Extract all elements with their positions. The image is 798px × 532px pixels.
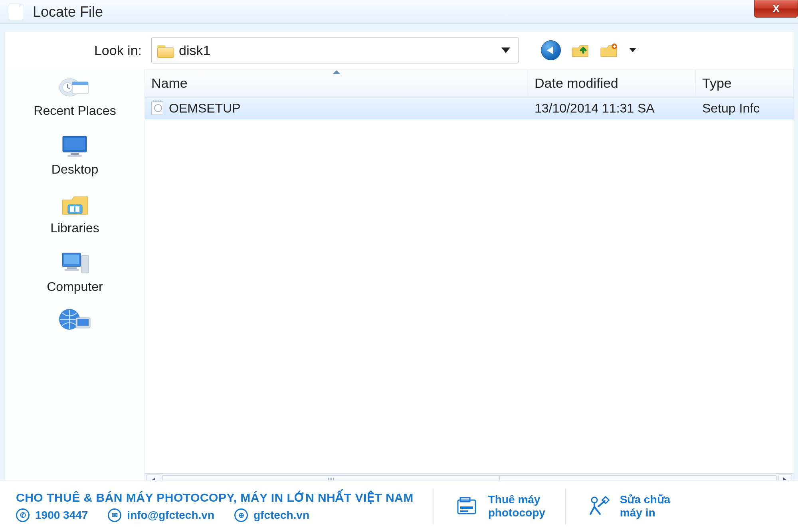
svg-rect-14	[64, 138, 85, 150]
sidebar-item-computer[interactable]: Computer	[47, 249, 103, 294]
lookin-value: disk1	[179, 43, 496, 58]
recent-places-icon	[57, 73, 93, 101]
svg-point-32	[592, 497, 597, 503]
new-folder-button[interactable]	[599, 41, 618, 60]
desktop-icon	[57, 132, 93, 160]
sidebar-item-label: Computer	[47, 279, 103, 294]
phone-icon: ✆	[16, 508, 30, 522]
service-repair-printer[interactable]: Sửa chữa máy in	[586, 493, 670, 519]
sort-ascending-icon	[333, 70, 341, 74]
file-icon	[9, 4, 23, 20]
file-date: 13/10/2014 11:31 SA	[535, 101, 655, 116]
svg-rect-18	[70, 206, 74, 212]
sidebar-item-libraries[interactable]: Libraries	[50, 190, 99, 235]
banner-headline: CHO THUÊ & BÁN MÁY PHOTOCOPY, MÁY IN LỚN…	[16, 490, 414, 504]
titlebar: Locate File X	[0, 0, 798, 24]
close-icon: X	[772, 2, 780, 15]
toolbar	[541, 40, 636, 60]
inf-file-icon	[151, 101, 163, 115]
globe-icon: ⊕	[234, 508, 248, 522]
views-menu-button[interactable]	[628, 48, 636, 52]
mail-icon: ✉	[108, 508, 121, 522]
column-label: Date modified	[535, 75, 618, 91]
chevron-down-icon	[630, 48, 636, 52]
service-line2: máy in	[620, 506, 670, 519]
sidebar-item-recent-places[interactable]: Recent Places	[34, 73, 116, 118]
lookin-label: Look in:	[5, 43, 145, 58]
service-line2: photocopy	[488, 506, 545, 519]
lookin-combobox[interactable]: disk1	[151, 37, 519, 63]
file-type: Setup Infc	[702, 101, 760, 116]
banner-contacts: ✆ 1900 3447 ✉ info@gfctech.vn ⊕ gfctech.…	[16, 508, 414, 522]
window-title: Locate File	[33, 4, 103, 20]
libraries-icon	[57, 190, 93, 218]
footer-banner: CHO THUÊ & BÁN MÁY PHOTOCOPY, MÁY IN LỚN…	[0, 480, 798, 532]
svg-rect-30	[460, 506, 473, 509]
file-list: Name Date modified Type OEMSETUP 13/10/2…	[145, 69, 794, 487]
svg-rect-21	[64, 255, 79, 264]
file-row[interactable]: OEMSETUP 13/10/2014 11:31 SA Setup Infc	[145, 97, 794, 119]
svg-rect-11	[72, 82, 88, 85]
sidebar-item-label: Libraries	[50, 221, 99, 235]
folder-up-icon	[570, 41, 590, 60]
new-folder-icon	[599, 41, 618, 60]
up-one-level-button[interactable]	[570, 41, 590, 60]
column-header-name[interactable]: Name	[145, 69, 528, 97]
banner-phone[interactable]: ✆ 1900 3447	[16, 508, 88, 522]
email-text: info@gfctech.vn	[127, 509, 214, 522]
service-line1: Thuê máy	[488, 493, 545, 506]
svg-rect-23	[67, 267, 77, 269]
column-label: Name	[151, 75, 188, 91]
sidebar-item-desktop[interactable]: Desktop	[51, 132, 98, 177]
divider	[434, 488, 434, 524]
file-rows: OEMSETUP 13/10/2014 11:31 SA Setup Infc	[145, 97, 794, 473]
column-header-date[interactable]: Date modified	[528, 69, 696, 97]
svg-rect-27	[77, 319, 89, 326]
svg-rect-22	[81, 255, 89, 273]
computer-icon	[57, 249, 93, 277]
banner-left: CHO THUÊ & BÁN MÁY PHOTOCOPY, MÁY IN LỚN…	[16, 490, 414, 522]
sidebar-item-label: Recent Places	[34, 103, 116, 118]
column-label: Type	[702, 75, 732, 91]
service-rent-copier[interactable]: Thuê máy photocopy	[454, 493, 545, 519]
copier-icon	[454, 494, 479, 519]
file-name: OEMSETUP	[169, 101, 241, 116]
dialog-body: Look in: disk1	[5, 31, 794, 487]
banner-web[interactable]: ⊕ gfctech.vn	[234, 508, 309, 522]
banner-email[interactable]: ✉ info@gfctech.vn	[108, 508, 214, 522]
divider	[565, 488, 566, 524]
sidebar-item-label: Desktop	[51, 162, 98, 177]
main-area: Recent Places Desktop	[5, 69, 794, 487]
svg-rect-16	[67, 155, 82, 157]
phone-text: 1900 3447	[35, 509, 88, 522]
column-headers: Name Date modified Type	[145, 69, 794, 97]
network-icon	[57, 305, 93, 333]
svg-rect-15	[71, 153, 79, 155]
svg-rect-19	[75, 206, 79, 212]
column-header-type[interactable]: Type	[696, 69, 794, 97]
svg-rect-24	[65, 269, 79, 271]
sidebar-item-network[interactable]	[57, 305, 93, 333]
chevron-down-icon	[501, 47, 510, 53]
back-button[interactable]	[541, 40, 561, 60]
service-line1: Sửa chữa	[620, 493, 670, 506]
lookin-row: Look in: disk1	[5, 32, 794, 69]
web-text: gfctech.vn	[253, 509, 309, 522]
close-button[interactable]: X	[754, 0, 798, 18]
svg-rect-31	[460, 510, 468, 512]
places-bar: Recent Places Desktop	[5, 69, 145, 487]
folder-icon	[157, 44, 173, 57]
repair-icon	[586, 494, 611, 519]
